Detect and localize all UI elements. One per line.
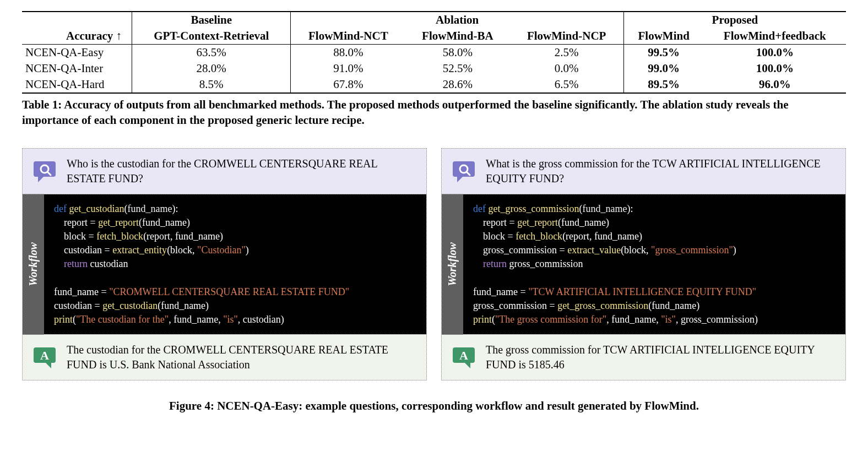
cell: 2.5% xyxy=(509,45,623,61)
examples-row: Who is the custodian for the CROMWELL CE… xyxy=(22,148,846,381)
figure-caption: Figure 4: NCEN-QA-Easy: example question… xyxy=(22,399,846,413)
cell: 67.8% xyxy=(291,77,405,93)
answer-bubble-icon: A xyxy=(32,346,57,368)
row-label: NCEN-QA-Inter xyxy=(22,61,132,77)
cell: 96.0% xyxy=(704,77,846,93)
answer-text: The custodian for the CROMWELL CENTERSQU… xyxy=(67,342,416,372)
speech-bubble-icon xyxy=(452,160,476,182)
question-box: What is the gross commission for the TCW… xyxy=(442,149,845,194)
row-label: NCEN-QA-Hard xyxy=(22,77,132,93)
accuracy-label: Accuracy ↑ xyxy=(22,28,132,45)
table-row: NCEN-QA-Hard 8.5% 67.8% 28.6% 6.5% 89.5%… xyxy=(22,77,846,93)
workflow-row: Workflow def get_gross_commission(fund_n… xyxy=(442,194,845,335)
answer-box: A The custodian for the CROMWELL CENTERS… xyxy=(23,335,426,380)
question-box: Who is the custodian for the CROMWELL CE… xyxy=(23,149,426,194)
col-gpt: GPT-Context-Retrieval xyxy=(132,28,291,45)
cell: 8.5% xyxy=(132,77,291,93)
code-block: def get_gross_commission(fund_name): rep… xyxy=(463,194,845,335)
code-block: def get_custodian(fund_name): report = g… xyxy=(44,194,426,335)
answer-box: A The gross commission for TCW ARTIFICIA… xyxy=(442,335,845,380)
example-card: What is the gross commission for the TCW… xyxy=(441,148,846,381)
col-ba: FlowMind-BA xyxy=(405,28,509,45)
answer-bubble-icon: A xyxy=(452,346,476,368)
cell: 91.0% xyxy=(291,61,405,77)
col-ncp: FlowMind-NCP xyxy=(509,28,623,45)
svg-text:A: A xyxy=(459,349,468,362)
cell: 28.0% xyxy=(132,61,291,77)
table-row: NCEN-QA-Inter 28.0% 91.0% 52.5% 0.0% 99.… xyxy=(22,61,846,77)
cell: 89.5% xyxy=(623,77,703,93)
table-caption: Table 1: Accuracy of outputs from all be… xyxy=(22,97,846,128)
question-text: Who is the custodian for the CROMWELL CE… xyxy=(67,156,416,186)
cell: 28.6% xyxy=(405,77,509,93)
workflow-label: Workflow xyxy=(442,194,463,335)
cell: 0.0% xyxy=(509,61,623,77)
question-text: What is the gross commission for the TCW… xyxy=(486,156,836,186)
row-label: NCEN-QA-Easy xyxy=(22,45,132,61)
cell: 100.0% xyxy=(704,45,846,61)
col-group-baseline: Baseline xyxy=(132,12,291,28)
speech-bubble-icon xyxy=(32,160,57,182)
col-group-ablation: Ablation xyxy=(291,12,623,28)
col-group-proposed: Proposed xyxy=(623,12,846,28)
cell: 99.5% xyxy=(623,45,703,61)
workflow-label: Workflow xyxy=(23,194,44,335)
workflow-row: Workflow def get_custodian(fund_name): r… xyxy=(23,194,426,335)
col-fmf: FlowMind+feedback xyxy=(704,28,846,45)
accuracy-table: Baseline Ablation Proposed Accuracy ↑ GP… xyxy=(22,11,846,94)
col-nct: FlowMind-NCT xyxy=(291,28,405,45)
table-row: NCEN-QA-Easy 63.5% 88.0% 58.0% 2.5% 99.5… xyxy=(22,45,846,61)
col-fm: FlowMind xyxy=(623,28,703,45)
answer-text: The gross commission for TCW ARTIFICIAL … xyxy=(486,342,836,372)
svg-text:A: A xyxy=(40,349,49,362)
cell: 99.0% xyxy=(623,61,703,77)
cell: 52.5% xyxy=(405,61,509,77)
example-card: Who is the custodian for the CROMWELL CE… xyxy=(22,148,427,381)
cell: 58.0% xyxy=(405,45,509,61)
cell: 88.0% xyxy=(291,45,405,61)
cell: 6.5% xyxy=(509,77,623,93)
cell: 100.0% xyxy=(704,61,846,77)
cell: 63.5% xyxy=(132,45,291,61)
